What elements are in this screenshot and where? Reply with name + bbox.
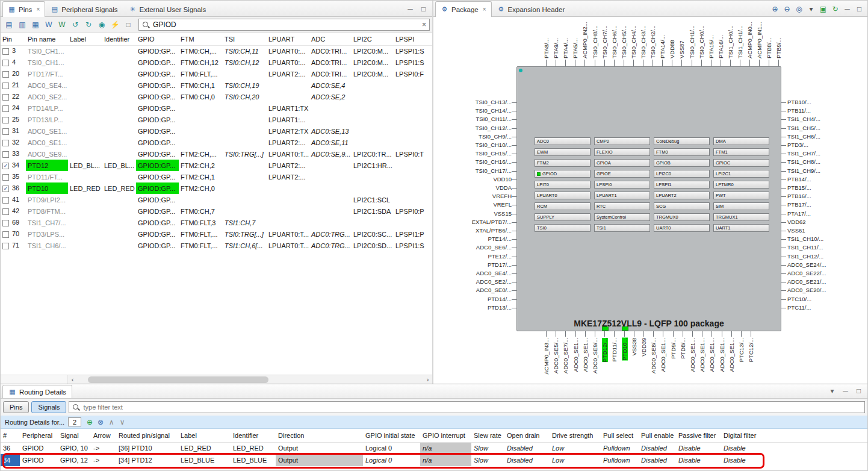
pin-lpuart-cell[interactable]: LPUART0:... [267, 45, 309, 57]
pin-label-cell[interactable] [68, 57, 102, 68]
package-pin-label-right[interactable]: PTB11/... [787, 108, 811, 114]
routing-num-cell[interactable]: 36 [1, 442, 20, 454]
pin-lpi2c-cell[interactable]: LPI2C0:SD... [352, 240, 394, 251]
move-up-icon[interactable]: ∧ [107, 418, 116, 426]
routing-table-row[interactable]: 36GPIODGPIO, 10->[36] PTD10LED_REDLED_RE… [1, 442, 868, 454]
block-adc0[interactable]: ADC0 [535, 137, 591, 145]
pin-lpi2c-cell[interactable]: LPI2C0:M... [352, 57, 394, 68]
package-pin-label-right[interactable]: PTD3/... [787, 142, 808, 148]
pin-name-cell[interactable]: PTD8/FTM... [26, 205, 68, 217]
refresh-view-icon[interactable]: ↻ [830, 4, 840, 14]
package-pin-label-top[interactable]: TSI0_CH7/... [602, 25, 608, 58]
pin-lpi2c-cell[interactable] [352, 125, 394, 137]
pin-checkbox[interactable] [2, 60, 9, 66]
pin-tsi-cell[interactable] [223, 102, 267, 114]
routing-pull-enable-cell[interactable]: Disabled [639, 454, 676, 466]
pin-ftm-cell[interactable]: FTM0:CH,... [179, 45, 223, 57]
pin-cell[interactable]: 4 [1, 57, 26, 68]
scrollbar-track[interactable] [77, 375, 423, 384]
package-pin-label-top[interactable]: PTA14/... [660, 35, 666, 58]
pin-checkbox[interactable] [2, 105, 9, 112]
pins-table-row[interactable]: 22ADC0_SE2...GPIOD:GP...FTM0:CH,0TSI0:CH… [1, 91, 432, 102]
package-pin-label-right[interactable]: TSI1_CH12/... [787, 254, 823, 260]
block-lpuart1[interactable]: LPUART1 [594, 192, 650, 199]
package-pin-label-right[interactable]: TSI1_CH7/... [787, 151, 820, 157]
pin-adc-cell[interactable]: ADC0:TRG... [309, 228, 352, 240]
pin-name-cell[interactable]: PTD14/LP... [26, 102, 68, 114]
pins-table-row[interactable]: 21ADC0_SE4...GPIOD:GP...FTM0:CH,1TSI0:CH… [1, 80, 432, 91]
pin-label-cell[interactable] [68, 45, 102, 57]
pin-lpuart-cell[interactable]: LPUART2:... [267, 68, 309, 80]
pin-name-cell[interactable]: TSI0_CH1... [26, 57, 68, 68]
pin-lpspi-cell[interactable]: LPSPI1:S [394, 57, 432, 68]
package-pin-label-bottom[interactable]: PTD9/... [671, 338, 677, 359]
undo-route-icon[interactable]: ↺ [69, 19, 81, 31]
pin-label-cell[interactable] [68, 102, 102, 114]
pin-tsi-cell[interactable]: TSI0:CH,12 [223, 57, 267, 68]
package-pin-label-left[interactable]: VSS15 [433, 211, 512, 217]
block-gpiod[interactable]: GPIOD [535, 170, 591, 178]
tab-external-user-signals[interactable]: ✳ External User Signals [123, 2, 212, 16]
pin-gpio-cell[interactable]: GPIOD:GP... [136, 102, 179, 114]
pin-name-cell[interactable]: PTD10 [26, 182, 68, 194]
pin-identifier-cell[interactable]: LED_BL... [102, 160, 136, 171]
pin-identifier-cell[interactable] [102, 91, 136, 102]
package-pin-label-left[interactable]: TSI0_CH13/... [433, 99, 512, 105]
view-columns-icon[interactable]: ▥ [16, 19, 28, 31]
zoom-level-dropdown[interactable]: ▾ [806, 4, 816, 14]
watch-signals-icon[interactable]: W [43, 19, 55, 31]
routing-drive-strength-cell[interactable]: Low [550, 442, 601, 454]
routing-digital-filter-cell[interactable]: Disable [721, 442, 769, 454]
minimize-icon[interactable]: ─ [842, 4, 852, 14]
column-header-pull-enable[interactable]: Pull enable [639, 429, 676, 442]
move-down-icon[interactable]: ∨ [117, 418, 127, 426]
pin-name-cell[interactable]: PTD9/LPI2... [26, 194, 68, 205]
pin-lpuart-cell[interactable]: LPUART1:TX [267, 102, 309, 114]
pin-ftm-cell[interactable]: FTM2:CH,0 [179, 182, 223, 194]
routing-pull-enable-cell[interactable]: Disabled [639, 442, 676, 454]
pin-lpspi-cell[interactable] [394, 160, 432, 171]
routing-arrow-cell[interactable]: -> [91, 442, 116, 454]
routing-slew-rate-cell[interactable]: Slow [471, 442, 504, 454]
pin-lpuart-cell[interactable]: LPUART1:... [267, 114, 309, 125]
pin-gpio-cell[interactable]: GPIOD:GP... [136, 125, 179, 137]
package-pin-label-bottom[interactable]: VDD39 [641, 338, 647, 357]
package-pin-label-top[interactable]: TSI0_CH2/... [650, 25, 656, 58]
routing-arrow-cell[interactable]: -> [91, 454, 116, 466]
package-pin-label-right[interactable]: ADC0_SE20/... [787, 287, 826, 293]
pin-ftm-cell[interactable] [179, 102, 223, 114]
package-pin-label-left[interactable]: PTD13/... [433, 305, 512, 311]
package-pin-label-bottom[interactable]: ADC0_SE5/... [553, 338, 559, 373]
maximize-icon[interactable]: □ [854, 385, 864, 396]
pin-lpi2c-cell[interactable]: LPI2C0:TR... [352, 148, 394, 160]
pin-identifier-cell[interactable] [102, 148, 136, 160]
pin-lpspi-cell[interactable] [394, 91, 432, 102]
pin-lpuart-cell[interactable]: LPUART0:T... [267, 240, 309, 251]
pin-cell[interactable]: 32 [1, 137, 26, 148]
pin-label-cell[interactable] [68, 91, 102, 102]
pin-name-cell[interactable]: ADC0_SE1... [26, 125, 68, 137]
pin-gpio-cell[interactable]: GPIOD:GP... [136, 68, 179, 80]
pin-ftm-cell[interactable]: FTM0:FLT,... [179, 68, 223, 80]
column-header-ftm[interactable]: FTM [179, 33, 223, 45]
pin-name-cell[interactable]: ADC0_SE9... [26, 148, 68, 160]
package-pin-label-left[interactable]: TSI0_CH15/... [433, 151, 512, 157]
package-pin-label-top[interactable]: TSI1_CH1/... [737, 25, 743, 58]
pin-lpuart-cell[interactable] [267, 91, 309, 102]
column-header-gpio[interactable]: GPIO [136, 33, 179, 45]
block-flexio[interactable]: FLEXIO [594, 148, 650, 156]
pin-adc-cell[interactable]: ADC0:SE,4 [309, 80, 352, 91]
package-pin-label-top[interactable]: VDD88 [669, 40, 675, 58]
package-pin-label-right[interactable]: PTA17/... [787, 211, 811, 217]
block-supply[interactable]: SUPPLY [535, 213, 591, 221]
scrollbar-thumb[interactable] [88, 376, 268, 383]
package-pin-label-right[interactable]: VDD62 [787, 219, 806, 225]
pin-label-cell[interactable] [68, 114, 102, 125]
flash-icon[interactable]: ⚡ [109, 19, 121, 31]
pin-tsi-cell[interactable]: TSI0:CH,19 [223, 80, 267, 91]
pin-gpio-cell[interactable]: GPIOD:GP... [136, 228, 179, 240]
column-header-passive-filter[interactable]: Passive filter [676, 429, 721, 442]
pin-ftm-cell[interactable]: FTM0:CH,12 [179, 57, 223, 68]
package-pin-label-left[interactable]: PTE14/... [433, 236, 512, 242]
pin-lpi2c-cell[interactable]: LPI2C1:SCL [352, 194, 394, 205]
